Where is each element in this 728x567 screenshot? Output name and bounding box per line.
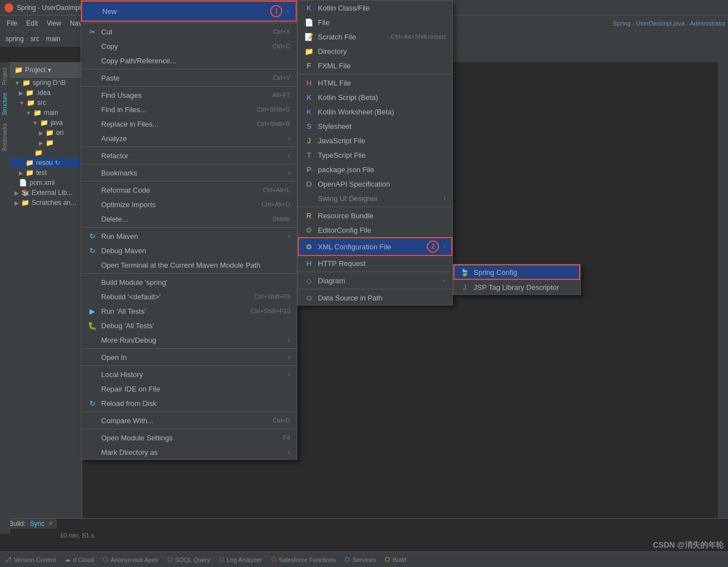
tree-ori[interactable]: ▶ 📁 ori: [10, 128, 82, 138]
ctx-runmaven[interactable]: ↻ Run Maven ›: [81, 229, 297, 243]
ctx-debugmaven[interactable]: ↻ Debug Maven: [81, 243, 297, 258]
ctx3-springconfig-label: Spring Config: [473, 268, 574, 277]
ctx-cut[interactable]: ✂ Cut Ctrl+X: [81, 24, 297, 39]
bookmark-bookmarks[interactable]: Bookmarks: [1, 120, 9, 154]
ctx2-scratchfile-shortcut: Ctrl+Alt+Shift+Insert: [391, 33, 446, 40]
ctx-refactor[interactable]: Refactor ›: [81, 148, 297, 163]
ctx-debugalltests[interactable]: 🐛 Debug 'All Tests': [81, 318, 297, 333]
ctx2-kotlinworksheet[interactable]: K Kotlin Worksheet (Beta): [298, 104, 452, 119]
bookmark-structure[interactable]: Structure: [1, 89, 9, 119]
tree-main[interactable]: ▼ 📁 main: [10, 108, 82, 118]
tree-pom[interactable]: 📄 pom.xml: [10, 178, 82, 188]
ctx-openin[interactable]: Open In ›: [81, 350, 297, 364]
sep2-4: [298, 289, 452, 289]
ctx-reformat[interactable]: Reformat Code Ctrl+Alt+L: [81, 183, 297, 197]
ctx-markdir[interactable]: Mark Directory as ›: [81, 445, 297, 459]
ctx-delete[interactable]: Delete... Delete: [81, 212, 297, 226]
ctx-buildmodule[interactable]: Build Module 'spring': [81, 275, 297, 289]
sync-label[interactable]: Sync: [29, 520, 44, 528]
ctx-copypath[interactable]: Copy Path/Reference...: [81, 53, 297, 68]
ctx2-xml[interactable]: ⚙ XML Configuration File 2 ›: [298, 237, 452, 256]
ctx-bookmarks[interactable]: Bookmarks ›: [81, 165, 297, 180]
tree-test[interactable]: ▶ 📁 test: [10, 168, 82, 178]
tree-scratches[interactable]: ▶ 📁 Scratches an...: [10, 198, 82, 208]
status-build[interactable]: ⬡ Build: [385, 556, 406, 563]
tree-idea[interactable]: ▶ 📁 .idea: [10, 88, 82, 98]
status-vcs[interactable]: ⎇ Version Control: [4, 556, 56, 563]
ctx2-html[interactable]: H HTML File: [298, 76, 452, 90]
sep-7: [81, 227, 297, 228]
status-cloud[interactable]: ☁ d Cloud: [64, 556, 94, 563]
ctx-reloadfromdisk[interactable]: ↻ Reload from Disk: [81, 396, 297, 410]
tree-resou[interactable]: 📁 resou ↻: [10, 158, 82, 168]
folder-java-icon: 📁: [40, 119, 48, 127]
folder-main-icon: 📁: [33, 109, 42, 117]
breadcrumb-part1[interactable]: spring: [6, 35, 24, 43]
csdn-watermark: CSDN @消失的年轮: [653, 540, 724, 550]
ctx-repairide[interactable]: Repair IDE on File: [81, 382, 297, 396]
ctx3-jsptag[interactable]: J JSP Tag Library Descriptor: [453, 280, 580, 294]
tree-empty1[interactable]: ▶ 📁: [10, 138, 82, 148]
ctx2-scratchfile[interactable]: 📝 Scratch File Ctrl+Alt+Shift+Insert: [298, 29, 452, 44]
build-close[interactable]: ×: [48, 520, 52, 528]
tree-src[interactable]: ▼ 📁 src: [10, 98, 82, 108]
menu-file[interactable]: File: [2, 16, 22, 31]
ctx-findinfiles[interactable]: Find in Files... Ctrl+Shift+G: [81, 102, 297, 117]
ctx-optimizeimports[interactable]: Optimize Imports Ctrl+Alt+O: [81, 197, 297, 212]
tree-external[interactable]: ▶ 📚 External Lib...: [10, 188, 82, 198]
ctx-morerundebug[interactable]: More Run/Debug ›: [81, 333, 297, 347]
menu-edit[interactable]: Edit: [22, 16, 42, 31]
ctx2-stylesheet[interactable]: S Stylesheet: [298, 119, 452, 133]
menu-view[interactable]: View: [42, 16, 66, 31]
status-services[interactable]: ⬡ Services: [345, 556, 376, 563]
ctx-comparewith-label: Compare With...: [101, 417, 268, 425]
ctx3-springconfig[interactable]: 🍃 Spring Config: [453, 264, 580, 280]
ctx2-packagejson[interactable]: P package.json File: [298, 162, 452, 177]
project-label: Project ▾: [25, 66, 51, 74]
ctx-localhistory[interactable]: Local History ›: [81, 367, 297, 382]
ctx-runalltests[interactable]: ▶ Run 'All Tests' Ctrl+Shift+F10: [81, 304, 297, 318]
ctx-copy[interactable]: Copy Ctrl+C: [81, 39, 297, 53]
ctx-refactor-label: Refactor: [101, 152, 283, 160]
ctx2-editorconfig[interactable]: ⚙ EditorConfig File: [298, 223, 452, 237]
ctx2-file[interactable]: 📄 File: [298, 15, 452, 29]
ctx2-kotlin[interactable]: K Kotlin Class/File: [298, 1, 452, 15]
status-cloud-label: d Cloud: [73, 556, 94, 563]
ctx-cut-shortcut: Ctrl+X: [273, 28, 290, 35]
ctx-comparewith[interactable]: Compare With... Ctrl+D: [81, 413, 297, 428]
ctx-findusages[interactable]: Find Usages Alt+F7: [81, 88, 297, 102]
ctx-paste[interactable]: Paste Ctrl+V: [81, 71, 297, 85]
tree-java[interactable]: ▼ 📁 java: [10, 118, 82, 128]
ctx2-swingui[interactable]: Swing UI Designer ›: [298, 191, 452, 205]
ctx2-typescript[interactable]: T TypeScript File: [298, 148, 452, 162]
project-dropdown[interactable]: 📁 Project ▾: [14, 66, 51, 74]
ctx2-directory[interactable]: 📁 Directory: [298, 44, 452, 58]
ctx2-diagram[interactable]: ◇ Diagram ›: [298, 273, 452, 288]
ctx-findusages-shortcut: Alt+F7: [272, 92, 290, 98]
ctx-openterminal[interactable]: Open Terminal at the Current Maven Modul…: [81, 258, 297, 272]
marker-2: 2: [427, 240, 439, 253]
ctx2-openapi[interactable]: O OpenAPI Specification: [298, 177, 452, 191]
tree-spring[interactable]: ▼ 📁 spring D:\B: [10, 78, 82, 88]
ctx-analyze[interactable]: Analyze ›: [81, 131, 297, 145]
ctx-openmodulesettings[interactable]: Open Module Settings F4: [81, 430, 297, 445]
ctx-new[interactable]: New 1 ›: [81, 1, 297, 22]
status-apex[interactable]: ⬡ Anonymous Apex: [103, 556, 158, 563]
ctx2-httprequest[interactable]: H HTTP Request: [298, 256, 452, 270]
ctx2-javascript[interactable]: J JavaScript File: [298, 133, 452, 148]
ctx-rebuild[interactable]: Rebuild '<default>' Ctrl+Shift+F9: [81, 289, 297, 304]
ctx-replaceinfiles[interactable]: Replace in Files... Ctrl+Shift+R: [81, 117, 297, 131]
bookmark-project[interactable]: Project: [1, 64, 9, 88]
status-log[interactable]: ⬡ Log Analyzer: [219, 556, 262, 563]
status-functions[interactable]: ⬡ Salesforce Functions: [271, 556, 336, 563]
tree-empty2[interactable]: 📁: [10, 148, 82, 158]
status-soql[interactable]: ⬡ SOQL Query: [167, 556, 210, 563]
build-tab[interactable]: Build: Sync ×: [4, 519, 57, 529]
ctx2-resourcebundle[interactable]: R Resource Bundle: [298, 208, 452, 223]
breadcrumb-part2[interactable]: src: [31, 35, 39, 43]
ctx2-fxml[interactable]: F FXML File: [298, 58, 452, 73]
ctx2-datasource[interactable]: ⊙ Data Source in Path: [298, 290, 452, 305]
breadcrumb-part3[interactable]: main: [46, 35, 61, 43]
ctx2-kotlinscript[interactable]: K Kotlin Script (Beta): [298, 90, 452, 104]
ctx-refactor-arrow: ›: [288, 152, 290, 159]
